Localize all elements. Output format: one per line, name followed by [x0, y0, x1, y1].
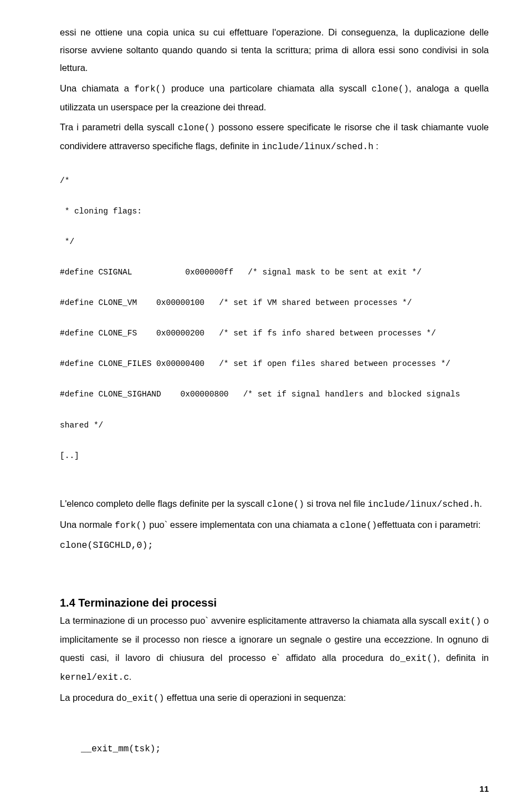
text: , definita in [437, 653, 489, 663]
inline-code: kernel/exit.c [60, 673, 129, 683]
code-line: clone(SIGCHLD,0); [60, 537, 489, 554]
text: : [374, 141, 378, 151]
code-line: /* [60, 174, 489, 189]
body-paragraph-6: La terminazione di un processo puo` avve… [60, 612, 489, 686]
code-line-indented: __exit_mm(tsk); [60, 744, 489, 754]
inline-code: clone() [178, 123, 215, 133]
inline-code: exit() [449, 617, 481, 627]
text: puo` essere implementata con una chiamat… [147, 520, 340, 530]
body-paragraph-2: Una chiamata a fork() produce una partic… [60, 79, 489, 116]
inline-code: include/linux/sched.h [262, 142, 374, 152]
code-block: /* * cloning flags: */ #define CSIGNAL 0… [60, 158, 489, 479]
body-paragraph-5: Una normale fork() puo` essere implement… [60, 516, 489, 535]
inline-code: do_exit() [390, 654, 437, 664]
inline-code: clone() [372, 84, 409, 94]
text: Una chiamata a [60, 83, 134, 93]
text: L'elenco completo delle flags definite p… [60, 498, 267, 508]
body-paragraph-3: Tra i parametri della syscall clone() po… [60, 118, 489, 156]
section-heading: 1.4 Terminazione dei processi [60, 597, 489, 609]
code-token: /* set if signal handlers and blocked si… [243, 390, 461, 399]
text: Tra i parametri della syscall [60, 122, 178, 132]
text: La procedura [60, 693, 116, 703]
code-line: #define CLONE_FS 0x00000200 /* set if fs… [60, 326, 489, 342]
code-line: [..] [60, 449, 489, 464]
inline-code: fork() [115, 521, 147, 531]
text: Una normale [60, 520, 115, 530]
code-line: */ [60, 235, 489, 250]
text: . [129, 671, 132, 681]
inline-code: include/linux/sched.h [368, 500, 480, 510]
page-number: 11 [60, 784, 489, 793]
text: si trova nel file [304, 498, 368, 508]
code-line: shared */ [60, 418, 489, 434]
body-paragraph-7: La procedura do_exit() effettua una seri… [60, 689, 489, 708]
text: effettua una serie di operazioni in sequ… [164, 693, 346, 703]
inline-code: fork() [134, 84, 166, 94]
code-token: #define CLONE_SIGHAND [60, 390, 161, 399]
code-token: 0x00000800 [181, 390, 229, 399]
code-line: #define CLONE_VM 0x00000100 /* set if VM… [60, 296, 489, 311]
code-line: #define CLONE_SIGHAND 0x00000800 /* set … [60, 387, 489, 403]
text: produce una particolare chiamata alla sy… [166, 83, 372, 93]
inline-code: clone() [267, 500, 304, 510]
code-line: #define CSIGNAL 0x000000ff /* signal mas… [60, 265, 489, 281]
text: effettuata con i parametri: [377, 520, 480, 530]
inline-code: clone() [340, 521, 377, 531]
inline-code: do_exit() [116, 694, 164, 704]
text: . [479, 498, 482, 508]
code-line: * cloning flags: [60, 204, 489, 220]
text: La terminazione di un processo puo` avve… [60, 615, 449, 625]
body-paragraph-1: essi ne ottiene una copia unica su cui e… [60, 23, 489, 77]
body-paragraph-4: L'elenco completo delle flags definite p… [60, 495, 489, 513]
code-line: #define CLONE_FILES 0x00000400 /* set if… [60, 357, 489, 372]
